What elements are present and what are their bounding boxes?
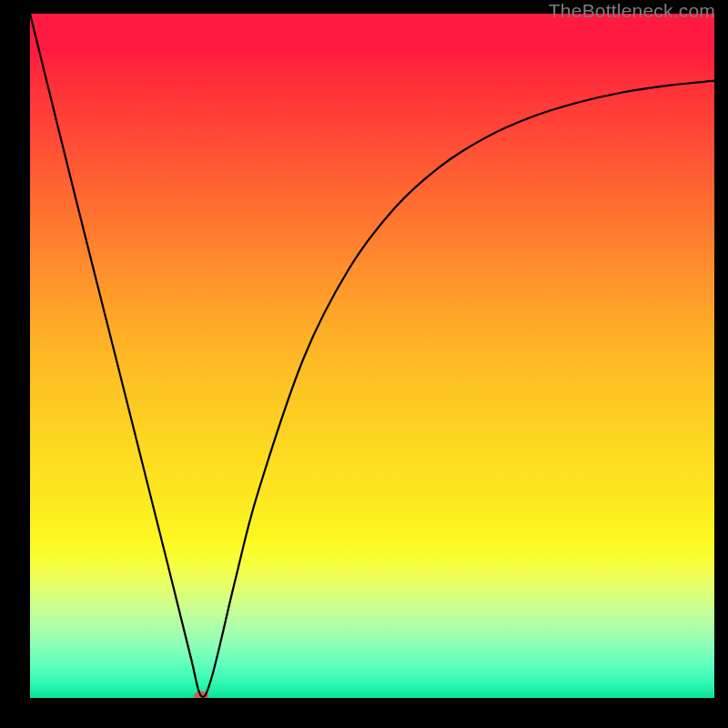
watermark-text: TheBottleneck.com — [549, 0, 715, 22]
curve-layer — [30, 14, 714, 698]
bottleneck-curve — [30, 14, 714, 697]
plot-area — [30, 14, 714, 698]
chart-frame: TheBottleneck.com — [0, 0, 728, 728]
